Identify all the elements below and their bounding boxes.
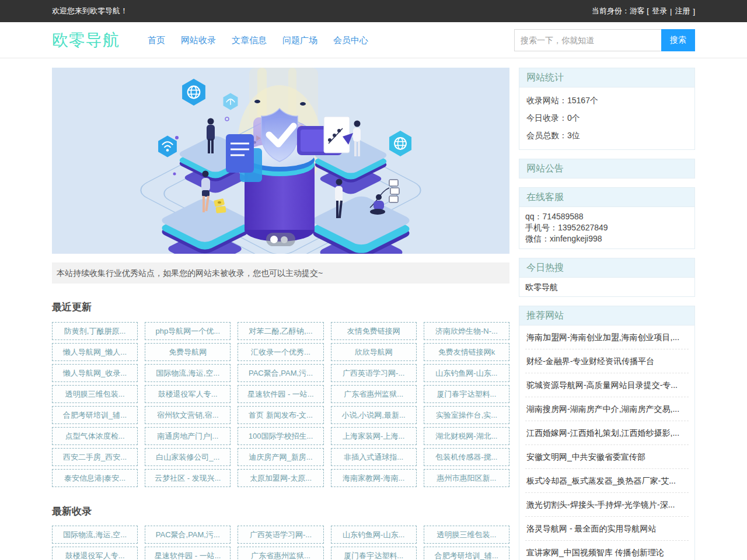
recent-update-item[interactable]: 国际物流,海运,空... (145, 364, 231, 382)
recent-update-item[interactable]: 西安二手房_西安... (52, 448, 138, 466)
recent-update-grid: 防黄剂,丁酰肼原...php导航网一个优...对苯二酚,乙醇钠,...友情免费链… (52, 322, 509, 487)
recent-update-item[interactable]: 山东钓鱼网-山东... (424, 364, 509, 382)
recent-update-item[interactable]: 太原加盟网-太原... (238, 469, 323, 487)
recommend-item[interactable]: 湖南搜房网-湖南房产中介,湖南房产交易,... (525, 397, 689, 421)
panel-online-service: 在线客服 qq：714589588手机号：13952627849微信：xinfe… (519, 187, 695, 249)
latest-include-item[interactable]: PAC聚合,PAM,污... (145, 526, 231, 544)
identity-bracket: ] (693, 7, 695, 16)
recommend-item[interactable]: 驼城资源导航网-高质量网站目录提交-专... (525, 373, 689, 397)
recent-update-item[interactable]: 100国际学校招生... (238, 427, 323, 445)
recent-update-item[interactable]: 非插入式通球指... (331, 448, 417, 466)
latest-include-item[interactable]: 合肥考研培训_辅... (424, 547, 509, 560)
recent-update-item[interactable]: 懒人导航网_懒人... (52, 343, 138, 361)
recent-update-item[interactable]: 透明膜三维包装... (52, 385, 138, 403)
recent-update-item[interactable]: 欣欣导航网 (331, 343, 417, 361)
search-button[interactable]: 搜索 (661, 29, 695, 51)
site-header: 欧零导航 首页网站收录文章信息问题广场会员中心 搜索 (0, 22, 747, 58)
recommend-item[interactable]: 安徽文明网_中共安徽省委宣传部 (525, 445, 689, 469)
register-link[interactable]: 注册 (675, 6, 690, 16)
recent-update-item[interactable]: 免费友情链接网k (424, 343, 509, 361)
service-row: 微信：xinfengkeji998 (525, 233, 689, 244)
recommend-item[interactable]: 财经-金融界-专业财经资讯传播平台 (525, 349, 689, 373)
recommend-item[interactable]: 洛灵导航网 - 最全面的实用导航网站 (525, 517, 689, 541)
latest-include-item[interactable]: 国际物流,海运,空... (52, 526, 138, 544)
recent-update-item[interactable]: 鼓楼退役军人专... (145, 385, 231, 403)
panel-title-stats: 网站统计 (519, 68, 694, 87)
nav-item[interactable]: 网站收录 (181, 35, 216, 46)
welcome-text: 欢迎您来到欧零导航！ (52, 6, 128, 16)
panel-title-recommend: 推荐网站 (519, 306, 694, 325)
service-row: qq：714589588 (525, 211, 689, 222)
recent-update-item[interactable]: 友情免费链接网 (331, 322, 417, 340)
banner-illustration (52, 68, 509, 254)
recent-update-item[interactable]: 包装机传感器-搅... (424, 448, 509, 466)
carousel-dot[interactable] (281, 236, 288, 243)
section-title-latest-include: 最新收录 (52, 505, 509, 518)
recent-update-item[interactable]: 免费导航网 (145, 343, 231, 361)
recent-update-item[interactable]: 上海家装网-上海... (331, 427, 417, 445)
panel-recommend: 推荐网站 海南加盟网-海南创业加盟,海南创业项目,...财经-金融界-专业财经资… (519, 306, 695, 560)
recent-update-item[interactable]: 点型气体浓度检... (52, 427, 138, 445)
carousel-dot-active[interactable] (270, 236, 278, 243)
recent-update-item[interactable]: 厦门春宇达塑料... (424, 385, 509, 403)
latest-include-item[interactable]: 透明膜三维包装... (424, 526, 509, 544)
recent-update-item[interactable]: 首页 新闻发布-文... (238, 406, 323, 424)
recent-update-item[interactable]: 宿州软文营销,宿... (145, 406, 231, 424)
latest-include-item[interactable]: 山东钓鱼网-山东... (331, 526, 417, 544)
recent-update-item[interactable]: 实验室操作台,实... (424, 406, 509, 424)
recommend-item[interactable]: 海南加盟网-海南创业加盟,海南创业项目,... (525, 326, 689, 349)
hot-search-body: 欧零导航 (519, 277, 694, 296)
banner-carousel (52, 68, 509, 254)
latest-include-item[interactable]: 广西英语学习网-... (238, 526, 323, 544)
latest-include-item[interactable]: 厦门春宇达塑料... (331, 547, 417, 560)
panel-title-online-service: 在线客服 (519, 188, 694, 206)
nav-item[interactable]: 问题广场 (282, 35, 317, 46)
nav-item[interactable]: 首页 (148, 35, 165, 46)
panel-announcement: 网站公告 (519, 159, 695, 178)
recent-update-item[interactable]: 对苯二酚,乙醇钠,... (238, 322, 323, 340)
latest-include-item[interactable]: 鼓楼退役军人专... (52, 547, 138, 560)
recommend-item[interactable]: 宣讲家网_中国视频智库 传播创新理论 (525, 541, 689, 560)
recent-update-item[interactable]: 海南家教网-海南... (331, 469, 417, 487)
recent-update-item[interactable]: 惠州市惠阳区新... (424, 469, 509, 487)
topbar: 欢迎您来到欧零导航！ 当前身份：游客 [ 登录 | 注册 ] (0, 0, 747, 22)
nav-item[interactable]: 文章信息 (232, 35, 267, 46)
login-link[interactable]: 登录 (652, 6, 667, 16)
panel-title-hot-search: 今日热搜 (519, 258, 694, 277)
recent-update-item[interactable]: 迪庆房产网_新房... (238, 448, 323, 466)
identity-label: 当前身份：游客 [ (592, 6, 649, 16)
recent-update-item[interactable]: 泰安信息港|泰安... (52, 469, 138, 487)
nav-item[interactable]: 会员中心 (333, 35, 368, 46)
site-logo[interactable]: 欧零导航 (52, 29, 120, 51)
latest-include-item[interactable]: 星速软件园 - 一站... (145, 547, 231, 560)
recommend-item[interactable]: 江西婚嫁网-江西婚礼策划,江西婚纱摄影,... (525, 421, 689, 445)
latest-include-item[interactable]: 广东省惠州监狱... (238, 547, 323, 560)
service-row: 手机号：13952627849 (525, 222, 689, 233)
recent-update-item[interactable]: 湖北财税网-湖北... (424, 427, 509, 445)
sidebar: 网站统计 收录网站：15167个今日收录：0个会员总数：3位 网站公告 在线客服… (519, 68, 695, 560)
recent-update-item[interactable]: 小说,小说网,最新... (331, 406, 417, 424)
online-service-body: qq：714589588手机号：13952627849微信：xinfengkej… (519, 206, 694, 249)
recent-update-item[interactable]: 济南欣烨生物-N-... (424, 322, 509, 340)
recent-update-item[interactable]: 懒人导航网_收录... (52, 364, 138, 382)
search-bar: 搜索 (514, 29, 695, 51)
recent-update-item[interactable]: 合肥考研培训_辅... (52, 406, 138, 424)
section-title-recent-update: 最近更新 (52, 300, 509, 314)
recent-update-item[interactable]: 广东省惠州监狱... (331, 385, 417, 403)
hot-search-item[interactable]: 欧零导航 (525, 281, 689, 293)
recent-update-item[interactable]: 广西英语学习网-... (331, 364, 417, 382)
main-column: 本站持续收集行业优秀站点，如果您的网站未被收录，您也可以主动提交~ 最近更新 防… (52, 68, 509, 560)
recent-update-item[interactable]: PAC聚合,PAM,污... (238, 364, 323, 382)
carousel-dots (266, 233, 295, 246)
recent-update-item[interactable]: 云梦社区 - 发现兴... (145, 469, 231, 487)
recent-update-item[interactable]: php导航网一个优... (145, 322, 231, 340)
recent-update-item[interactable]: 白山家装修公司_... (145, 448, 231, 466)
recommend-body: 海南加盟网-海南创业加盟,海南创业项目,...财经-金融界-专业财经资讯传播平台… (519, 325, 694, 560)
recent-update-item[interactable]: 南通房地产门户|... (145, 427, 231, 445)
recommend-item[interactable]: 激光切割头-焊接头-手持焊-光学镜片-深... (525, 493, 689, 517)
search-input[interactable] (514, 29, 661, 51)
recent-update-item[interactable]: 星速软件园 - 一站... (238, 385, 323, 403)
recent-update-item[interactable]: 汇收录一个优秀... (238, 343, 323, 361)
recommend-item[interactable]: 板式冷却器_板式蒸发器_换热器厂家-艾... (525, 469, 689, 493)
recent-update-item[interactable]: 防黄剂,丁酰肼原... (52, 322, 138, 340)
